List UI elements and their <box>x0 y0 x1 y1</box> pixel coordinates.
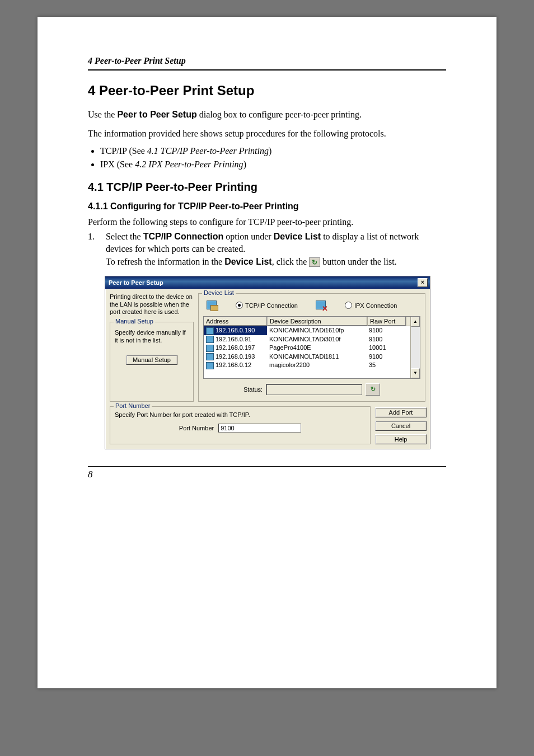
radio-dot-checked-icon <box>236 302 243 309</box>
port-number-legend: Port Number <box>114 402 152 409</box>
cell-port: 9100 <box>367 335 405 344</box>
cell-port: 9100 <box>367 326 405 335</box>
vertical-scrollbar[interactable]: ▲ ▼ <box>410 317 420 378</box>
peer-to-peer-dialog: Peer to Peer Setup × Printing direct to … <box>105 276 430 449</box>
add-port-button[interactable]: Add Port <box>375 407 427 417</box>
device-icon <box>206 362 214 369</box>
cell-port: 10001 <box>367 344 405 353</box>
tcpip-connection-radio[interactable]: TCP/IP Connection <box>236 302 298 309</box>
header-rule <box>88 69 446 71</box>
manual-setup-legend: Manual Setup <box>114 318 155 325</box>
text-fragment: ) <box>243 159 246 169</box>
device-list-bold: Device List <box>274 232 321 241</box>
page-number: 8 <box>88 466 446 480</box>
cell-address: 192.168.0.193 <box>204 353 267 361</box>
cell-address: 192.168.0.190 <box>204 326 267 335</box>
intro-paragraph-2: The information provided here shows setu… <box>88 128 446 140</box>
status-row: Status: <box>203 383 420 396</box>
bullet-tcpip: TCP/IP (See 4.1 TCP/IP Peer-to-Peer Prin… <box>100 146 446 156</box>
text-fragment: ) <box>269 146 271 156</box>
running-header: 4 Peer-to-Peer Print Setup <box>88 56 446 66</box>
cell-address: 192.168.0.12 <box>204 361 267 370</box>
bottom-row: Port Number Specify Port Number for port… <box>110 406 425 444</box>
section-4.1.1-title: 4.1.1 Configuring for TCP/IP Peer-to-Pee… <box>88 201 446 212</box>
cancel-button[interactable]: Cancel <box>375 421 427 431</box>
section-4-title: 4 Peer-to-Peer Print Setup <box>88 83 446 98</box>
table-row[interactable]: 192.168.0.193KONICAMINOLTADi18119100 <box>204 353 410 361</box>
help-button[interactable]: Help <box>375 434 427 444</box>
tcpip-connection-bold: TCP/IP Connection <box>143 232 224 241</box>
column-address[interactable]: Address <box>204 317 268 326</box>
cell-description: PagePro4100E <box>267 344 367 353</box>
cell-address: 192.168.0.91 <box>204 335 267 344</box>
listview-header: Address Device Description Raw Port <box>204 317 410 326</box>
radio-dot-icon <box>345 302 352 309</box>
dialog-title: Peer to Peer Setup <box>109 279 163 286</box>
column-raw-port[interactable]: Raw Port <box>368 317 406 326</box>
cell-description: magicolor2200 <box>267 361 367 370</box>
listview-rows: 192.168.0.190KONICAMINOLTADi1610fp910019… <box>204 326 410 370</box>
close-button[interactable]: × <box>418 278 428 287</box>
manual-setup-button[interactable]: Manual Setup <box>126 355 177 365</box>
device-icon <box>206 345 214 352</box>
document-page: 4 Peer-to-Peer Print Setup 4 Peer-to-Pee… <box>38 17 496 688</box>
text-fragment: Select the <box>106 232 143 241</box>
cell-description: KONICAMINOLTADi3010f <box>267 335 367 344</box>
ref-4.2: 4.2 IPX Peer-to-Peer Printing <box>135 159 243 169</box>
dialog-name-bold: Peer to Peer Setup <box>117 110 196 119</box>
refresh-icon-inline <box>309 257 320 267</box>
refresh-button[interactable] <box>366 383 380 396</box>
table-row[interactable]: 192.168.0.197PagePro4100E10001 <box>204 344 410 353</box>
status-label: Status: <box>243 386 263 393</box>
port-number-group: Port Number Specify Port Number for port… <box>110 406 371 444</box>
port-number-desc: Specify Port Number for port created wit… <box>115 411 366 419</box>
left-description: Printing direct to the device on the LAN… <box>110 293 194 316</box>
bullet-ipx: IPX (See 4.2 IPX Peer-to-Peer Printing) <box>100 159 446 170</box>
manual-setup-group: Manual Setup Specify device manually if … <box>110 322 194 402</box>
dialog-titlebar[interactable]: Peer to Peer Setup × <box>105 276 430 289</box>
port-number-input[interactable] <box>218 424 301 433</box>
text-fragment: button under the list. <box>320 257 396 266</box>
ipx-connection-label: IPX Connection <box>354 302 397 309</box>
dialog-side-buttons: Add Port Cancel Help <box>375 406 425 444</box>
status-field <box>266 384 362 395</box>
cell-port: 9100 <box>367 353 405 361</box>
text-fragment: , click the <box>272 257 310 266</box>
table-row[interactable]: 192.168.0.91KONICAMINOLTADi3010f9100 <box>204 335 410 344</box>
cell-description: KONICAMINOLTADi1610fp <box>267 326 367 335</box>
step-body: Select the TCP/IP Connection option unde… <box>106 231 446 268</box>
device-list-legend: Device List <box>202 289 236 296</box>
table-row[interactable]: 192.168.0.12magicolor220035 <box>204 361 410 370</box>
table-row[interactable]: 192.168.0.190KONICAMINOLTADi1610fp9100 <box>204 326 410 335</box>
device-list-group: Device List TCP/IP Connection IPX Connec… <box>198 293 425 402</box>
ref-4.1: 4.1 TCP/IP Peer-to-Peer Printing <box>147 146 269 156</box>
step-1: 1. Select the TCP/IP Connection option u… <box>88 231 446 268</box>
connection-type-row: TCP/IP Connection IPX Connection <box>203 298 420 316</box>
text-fragment: TCP/IP (See <box>100 146 147 156</box>
text-fragment: option under <box>223 232 273 241</box>
device-icon <box>206 336 214 343</box>
text-fragment: To refresh the information in the <box>106 257 224 266</box>
left-column: Printing direct to the device on the LAN… <box>110 293 194 402</box>
intro-paragraph-1: Use the Peer to Peer Setup dialog box to… <box>88 109 446 121</box>
scroll-up-arrow-icon[interactable]: ▲ <box>411 317 420 327</box>
manual-setup-desc: Specify device manually if it is not in … <box>115 329 189 345</box>
dialog-body: Printing direct to the device on the LAN… <box>105 289 430 449</box>
ipx-connection-radio[interactable]: IPX Connection <box>345 302 397 309</box>
device-listview[interactable]: Address Device Description Raw Port 192.… <box>203 316 420 379</box>
right-column: Device List TCP/IP Connection IPX Connec… <box>198 293 425 402</box>
device-icon <box>206 327 214 335</box>
cell-description: KONICAMINOLTADi1811 <box>267 353 367 361</box>
tcpip-icon <box>205 299 219 312</box>
scroll-down-arrow-icon[interactable]: ▼ <box>411 368 420 378</box>
cell-port: 35 <box>367 361 405 370</box>
column-description[interactable]: Device Description <box>268 317 368 326</box>
text-fragment: IPX (See <box>100 159 135 169</box>
protocol-bullets: TCP/IP (See 4.1 TCP/IP Peer-to-Peer Prin… <box>88 146 446 170</box>
section-4.1-title: 4.1 TCP/IP Peer-to-Peer Printing <box>88 181 446 194</box>
tcpip-connection-label: TCP/IP Connection <box>245 302 298 309</box>
step-number: 1. <box>88 231 98 268</box>
ipx-icon <box>315 299 328 312</box>
device-icon <box>206 353 214 360</box>
device-list-bold-2: Device List <box>224 257 271 266</box>
